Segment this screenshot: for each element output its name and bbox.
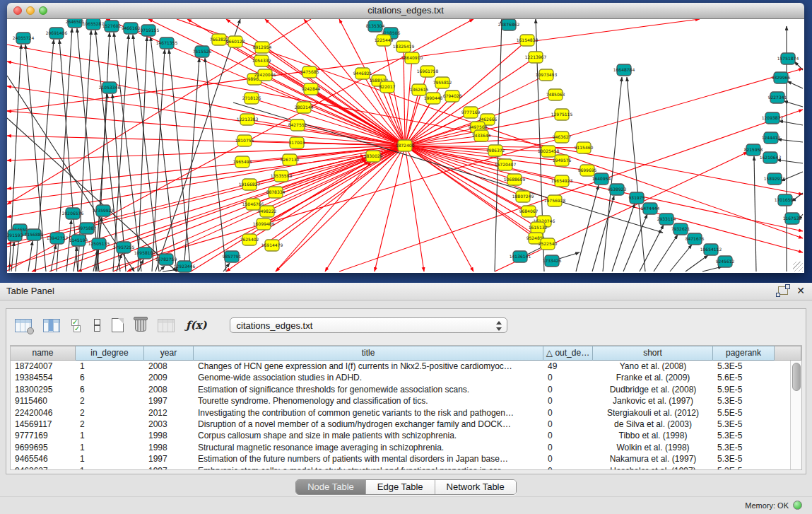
column-header-pagerank[interactable]: pagerank bbox=[713, 346, 775, 361]
table-cell[interactable]: Estimation of significance thresholds fo… bbox=[194, 384, 543, 395]
table-cell[interactable]: 1997 bbox=[144, 465, 194, 470]
graph-node-selected[interactable]: 7986372 bbox=[486, 145, 505, 156]
graph-node[interactable]: 9227341 bbox=[768, 92, 787, 103]
table-cell[interactable]: Tibbo et al. (1998) bbox=[593, 430, 713, 441]
table-cell[interactable]: 2008 bbox=[144, 384, 194, 395]
table-cell[interactable]: 5.5E-5 bbox=[713, 407, 775, 419]
graph-node-selected[interactable]: 2718126 bbox=[242, 93, 261, 104]
table-cell[interactable]: 0 bbox=[543, 372, 593, 383]
column-header-in_degree[interactable]: in_degree bbox=[76, 346, 144, 361]
table-cell[interactable]: 0 bbox=[543, 384, 593, 395]
window-titlebar[interactable]: citations_edges.txt bbox=[7, 3, 804, 19]
table-row[interactable]: 1938455462009Genome-wide association stu… bbox=[11, 372, 801, 383]
table-cell[interactable]: Changes of HCN gene expression and I(f) … bbox=[194, 361, 543, 372]
graph-node-selected[interactable]: 9498222 bbox=[258, 206, 277, 217]
graph-node[interactable]: 9245612 bbox=[716, 256, 735, 267]
graph-node[interactable]: 14136141 bbox=[510, 251, 531, 262]
table-cell[interactable]: 0 bbox=[543, 465, 593, 470]
graph-node[interactable]: 9474444 bbox=[641, 203, 660, 214]
graph-node[interactable]: 9857791 bbox=[223, 251, 242, 262]
graph-node-selected[interactable]: 822017 bbox=[379, 81, 396, 93]
table-cell[interactable]: 19384554 bbox=[11, 372, 76, 383]
graph-node-selected[interactable]: 9242844 bbox=[302, 83, 321, 95]
graph-node-selected[interactable]: 9699695 bbox=[578, 165, 597, 176]
graph-node-selected[interactable]: 1830029 bbox=[364, 151, 383, 162]
column-header-year[interactable]: year bbox=[144, 346, 194, 361]
graph-node-selected[interactable]: 1810755 bbox=[235, 135, 254, 146]
table-cell[interactable]: Structural magnetic resonance image aver… bbox=[194, 442, 543, 453]
table-cell[interactable]: 0 bbox=[543, 442, 593, 453]
graph-node[interactable]: 2646501 bbox=[66, 19, 85, 28]
graph-node-selected[interactable]: 1949576 bbox=[553, 155, 572, 166]
graph-node-selected[interactable]: 16961758 bbox=[417, 66, 439, 77]
table-cell[interactable]: 0 bbox=[543, 419, 593, 430]
new-column-icon[interactable] bbox=[112, 318, 124, 332]
graph-node-selected[interactable]: 7625402 bbox=[240, 234, 259, 245]
graph-node[interactable]: 391593 bbox=[7, 230, 23, 241]
table-cell[interactable]: 2 bbox=[76, 407, 144, 419]
citation-network-graph[interactable]: 2405572420691406264650110655287152760294… bbox=[7, 19, 804, 273]
graph-node[interactable]: 2933114 bbox=[657, 214, 676, 225]
graph-node[interactable]: 9329966 bbox=[772, 72, 791, 83]
table-cell[interactable]: 5.3E-5 bbox=[713, 361, 775, 372]
graph-node[interactable]: 8471676 bbox=[686, 233, 705, 245]
float-panel-icon[interactable] bbox=[778, 286, 788, 295]
graph-node[interactable]: 7932621 bbox=[671, 223, 690, 235]
graph-node[interactable]: 1733426 bbox=[543, 255, 562, 267]
table-cell[interactable]: 5.3E-5 bbox=[713, 395, 775, 407]
table-cell[interactable]: 5.9E-5 bbox=[713, 384, 775, 395]
graph-node-selected[interactable]: 9660128 bbox=[226, 36, 245, 47]
graph-node-selected[interactable]: 2803144 bbox=[295, 102, 314, 113]
table-cell[interactable]: Disruption of a novel member of a sodium… bbox=[194, 419, 543, 430]
graph-node[interactable]: 9538923 bbox=[608, 184, 627, 195]
graph-node[interactable]: 1640954 bbox=[592, 173, 611, 185]
table-row[interactable]: 1456911722003Disruption of a novel membe… bbox=[11, 419, 801, 430]
graph-node-selected[interactable]: 9115460 bbox=[575, 142, 594, 153]
table-cell[interactable]: 22420046 bbox=[11, 407, 76, 419]
graph-node[interactable]: 931975 bbox=[629, 192, 645, 204]
table-cell[interactable]: Jankovic et al. (1997) bbox=[593, 395, 713, 407]
select-all-columns-icon[interactable]: ✓✓ bbox=[71, 319, 83, 332]
table-cell[interactable]: de Silva et al. (2003) bbox=[593, 419, 713, 430]
graph-node-selected[interactable]: 9777169 bbox=[461, 107, 481, 118]
table-cell[interactable]: 0 bbox=[543, 453, 593, 465]
table-cell[interactable]: 2009 bbox=[144, 372, 194, 383]
table-row[interactable]: 946554611997Estimation of the future num… bbox=[11, 453, 801, 465]
network-canvas[interactable]: 2405572420691406264650110655287152760294… bbox=[7, 19, 804, 273]
graph-node[interactable]: 13942757 bbox=[47, 233, 69, 244]
table-cell[interactable]: 1998 bbox=[144, 442, 194, 453]
table-row[interactable]: 977716911998Corpus callosum shape and si… bbox=[11, 430, 801, 441]
graph-node-selected[interactable]: 9684067 bbox=[519, 206, 539, 217]
graph-node[interactable]: 10655287 bbox=[83, 19, 105, 30]
table-cell[interactable]: 0 bbox=[543, 430, 593, 441]
graph-node-selected[interactable]: 8267130 bbox=[281, 154, 300, 165]
graph-node-selected[interactable]: 12213967 bbox=[525, 52, 547, 63]
graph-node-selected[interactable]: 16154838 bbox=[517, 35, 539, 46]
graph-node-selected[interactable]: 8878334 bbox=[266, 187, 286, 198]
graph-node[interactable]: 17016504 bbox=[775, 194, 796, 206]
column-header-title[interactable]: title bbox=[194, 346, 543, 361]
table-cell[interactable]: 9699695 bbox=[11, 442, 76, 453]
table-row[interactable]: 1872400712008Changes of HCN gene express… bbox=[11, 361, 801, 372]
graph-node[interactable]: 9975887 bbox=[78, 223, 97, 234]
table-settings-icon[interactable] bbox=[15, 319, 32, 332]
table-cell[interactable]: 2008 bbox=[144, 361, 194, 372]
table-cell[interactable]: 5.6E-5 bbox=[713, 372, 775, 383]
graph-node[interactable]: 8215958 bbox=[744, 144, 763, 156]
delete-column-icon[interactable] bbox=[135, 320, 146, 332]
graph-node-selected[interactable]: 13535593 bbox=[271, 170, 293, 182]
table-cell[interactable]: 5.3E-5 bbox=[713, 453, 775, 465]
graph-node-selected[interactable]: 317003 bbox=[289, 137, 305, 148]
graph-node[interactable]: 16210643 bbox=[760, 152, 782, 163]
table-cell[interactable]: 18300295 bbox=[11, 384, 76, 395]
table-row[interactable]: 2242004622012Investigating the contribut… bbox=[11, 407, 801, 419]
graph-node-selected[interactable]: 1362615 bbox=[410, 84, 429, 95]
graph-node-selected[interactable]: 6794028 bbox=[443, 90, 462, 102]
table-cell[interactable]: 2 bbox=[76, 395, 144, 407]
graph-node-selected[interactable]: 1054339 bbox=[252, 55, 271, 66]
table-scrollbar-thumb[interactable] bbox=[792, 363, 801, 391]
row-options-icon[interactable] bbox=[94, 319, 100, 332]
graph-node[interactable]: 14671355 bbox=[156, 37, 178, 49]
table-cell[interactable]: Tourette syndrome. Phenomenology and cla… bbox=[194, 395, 543, 407]
table-cell[interactable]: 1 bbox=[76, 361, 144, 372]
